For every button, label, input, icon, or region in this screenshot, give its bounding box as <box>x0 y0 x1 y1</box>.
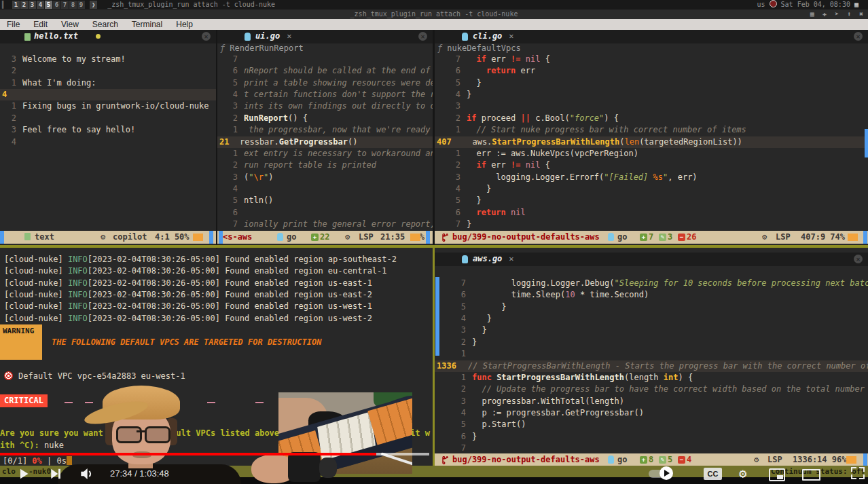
cc-icon[interactable]: CC <box>704 468 722 480</box>
code-line[interactable]: 7 <box>435 443 868 454</box>
code-line[interactable]: 1What I'm doing: <box>0 77 216 89</box>
code-line[interactable]: 4 p := progressbar.GetProgressbar() <box>435 407 868 419</box>
tmux-window-2[interactable]: 2 <box>20 1 28 9</box>
code-line[interactable]: 3 } <box>435 324 868 336</box>
code-line[interactable]: 3Feel free to say hello! <box>0 124 216 136</box>
tmux-window-8[interactable]: 8 <box>69 1 77 9</box>
scrollbar-strip[interactable] <box>863 231 867 244</box>
code-line[interactable]: 5ntln() <box>217 195 433 206</box>
window-control-icons[interactable]: ▦ ✚ ➤ ⬆ ✖ <box>810 10 865 19</box>
code-line[interactable]: 4} <box>435 89 868 100</box>
code-line[interactable]: 1 err := aws.NukeVpcs(vpcPerRegion) <box>435 148 868 160</box>
theater-icon[interactable] <box>802 469 820 481</box>
tmux-window-7[interactable]: 7 <box>61 1 69 9</box>
code-line[interactable]: 3Welcome to my stream! <box>0 54 216 65</box>
code-line[interactable]: 6 <box>217 207 433 219</box>
tmux-window-4[interactable]: 4 <box>37 1 44 9</box>
code-cli[interactable]: 7 if err != nil {6 return err5 }4}32if p… <box>435 54 868 230</box>
code-line[interactable]: 1ext entry is necessary to workaround an… <box>217 148 433 160</box>
code-line[interactable]: 4 <box>217 183 433 195</box>
tmux-window-9[interactable]: 9 <box>77 1 85 9</box>
code-line[interactable]: 7 <box>217 54 433 65</box>
code-line[interactable]: 2RunReport() { <box>217 113 433 124</box>
keyboard-layout[interactable]: us <box>757 1 765 8</box>
code-line[interactable]: 3 progressbar.WithTotal(length) <box>435 396 868 407</box>
close-icon[interactable]: ✕ <box>854 255 863 263</box>
tab-hello-txt[interactable]: hello.txt <box>34 31 101 41</box>
grid-icon[interactable]: ▦ <box>854 1 858 8</box>
code-line[interactable]: 407 aws.StartProgressBarWithLength(len(t… <box>435 136 868 148</box>
tab-cli-go[interactable]: cli.go✕ <box>473 31 514 41</box>
code-line[interactable]: 2if proceed || c.Bool("force") { <box>435 113 868 124</box>
code-line[interactable]: 7ionally print the general error report,… <box>217 219 433 230</box>
scrollbar-strip[interactable] <box>426 231 430 244</box>
code-line[interactable]: 5 } <box>435 77 868 89</box>
close-icon[interactable]: ✕ <box>854 32 863 41</box>
code-line[interactable]: 7 logging.Logger.Debug("Sleeping for 10 … <box>435 278 868 289</box>
code-line[interactable]: 1336// StartProgressBarWithLength - Star… <box>435 360 868 372</box>
scrollbar[interactable] <box>865 129 868 157</box>
code-line[interactable]: 3 <box>435 100 868 112</box>
code-line[interactable]: 6} <box>435 431 868 443</box>
code-line[interactable]: 6nReport should be called at the end of … <box>217 65 433 77</box>
code-line[interactable]: 3 logging.Logger.Errorf("[Failed] %s", e… <box>435 172 868 183</box>
volume-icon[interactable] <box>77 466 94 482</box>
code-line[interactable]: 2 <box>0 113 216 124</box>
fullscreen-icon[interactable] <box>851 467 865 479</box>
scrollbar-strip[interactable] <box>219 231 223 244</box>
autoplay-toggle[interactable] <box>649 470 672 478</box>
menu-view[interactable]: View <box>54 19 86 30</box>
code-line[interactable]: 4 <box>0 136 216 148</box>
tab-aws-go[interactable]: aws.go✕ <box>473 254 514 263</box>
code-line[interactable]: 6 return err <box>435 65 868 77</box>
scrollbar-strip[interactable] <box>209 231 213 244</box>
code-line[interactable]: 6 return nil <box>435 207 868 219</box>
code-line[interactable]: 4 } <box>435 183 868 195</box>
code-aws[interactable]: 7 logging.Logger.Debug("Sleeping for 10 … <box>435 278 868 454</box>
code-line[interactable]: 4 <box>0 89 216 100</box>
miniplayer-icon[interactable] <box>769 468 785 481</box>
confirm-prompt-line2[interactable]: ith ^C): nuke <box>0 440 64 451</box>
close-icon[interactable]: ✕ <box>202 32 211 41</box>
code-line[interactable]: 2} <box>435 337 868 348</box>
tab-ui-go[interactable]: ui.go✕ <box>255 31 291 41</box>
tab-close-icon[interactable]: ✕ <box>509 254 513 263</box>
code-line[interactable]: 2run report table is printed <box>217 160 433 171</box>
code-line[interactable]: 4 } <box>435 313 868 324</box>
code-line[interactable]: 4t certain functions don't support the r… <box>217 89 433 100</box>
code-line[interactable]: 6 time.Sleep(10 * time.Second) <box>435 289 868 301</box>
menu-help[interactable]: Help <box>169 19 200 30</box>
code-line[interactable]: 5 p.Start() <box>435 419 868 430</box>
menu-file[interactable]: File <box>0 19 26 30</box>
tmux-window-6[interactable]: 6 <box>53 1 60 9</box>
code-line[interactable]: 1 the progressbar, now that we're ready … <box>217 124 433 136</box>
pane-divider[interactable] <box>433 30 435 248</box>
code-line[interactable]: 5print a table showing resources were de… <box>217 77 433 89</box>
tmux-window-list[interactable]: 123456789 <box>12 1 86 8</box>
next-icon[interactable] <box>46 465 64 483</box>
code-line[interactable]: 7} <box>435 219 868 230</box>
menu-terminal[interactable]: Terminal <box>125 19 169 30</box>
scrollbar-strip[interactable] <box>0 231 4 244</box>
code-line[interactable]: 1func StartProgressBarWithLength(length … <box>435 372 868 384</box>
code-line[interactable]: 3("\r") <box>217 172 433 183</box>
yt-progress-buffered[interactable] <box>376 453 429 455</box>
code-line[interactable]: 21ressbar.GetProgressbar() <box>217 136 433 148</box>
code-line[interactable]: 2 <box>0 65 216 77</box>
code-line[interactable]: 7 if err != nil { <box>435 54 868 65</box>
code-line[interactable]: 5 } <box>435 301 868 313</box>
code-line[interactable]: 2 // Update the progress bar to have the… <box>435 384 868 395</box>
code-line[interactable]: 1Fixing bugs in gruntwork-io/cloud-nuke <box>0 100 216 112</box>
tab-close-icon[interactable]: ✕ <box>287 31 291 41</box>
code-line[interactable]: 1 // Start nuke progress bar with correc… <box>435 124 868 136</box>
code-line[interactable]: 2 if err != nil { <box>435 160 868 171</box>
tmux-window-3[interactable]: 3 <box>29 1 36 9</box>
close-icon[interactable]: ✕ <box>418 32 427 41</box>
tab-close-icon[interactable]: ✕ <box>509 31 513 41</box>
menu-search[interactable]: Search <box>86 19 125 30</box>
code-ui[interactable]: 76nReport should be called at the end of… <box>217 54 433 230</box>
code-line[interactable]: 1 <box>435 348 868 360</box>
yt-progress-played[interactable] <box>0 453 376 455</box>
settings-gear-icon[interactable]: ⚙ <box>739 466 746 480</box>
pane-divider[interactable] <box>216 30 217 248</box>
